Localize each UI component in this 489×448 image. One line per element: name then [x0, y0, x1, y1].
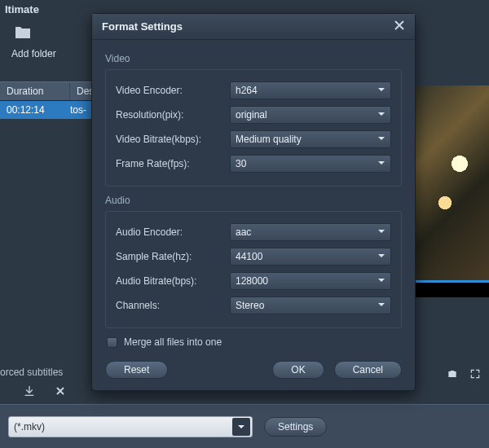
download-icon[interactable]: [23, 384, 36, 400]
channels-value: Stereo: [236, 300, 264, 311]
cell-destination: tos-: [70, 104, 86, 116]
audio-section-label: Audio: [105, 195, 402, 206]
chevron-down-icon: [377, 109, 385, 121]
fullscreen-icon[interactable]: [469, 368, 481, 382]
cell-duration: 00:12:14: [0, 104, 70, 116]
framerate-label: Frame Rate(fps):: [116, 158, 230, 169]
output-format-select[interactable]: (*.mkv): [8, 416, 253, 437]
merge-checkbox[interactable]: [107, 337, 117, 348]
progress-bar[interactable]: [416, 280, 489, 283]
merge-label: Merge all files into one: [124, 336, 222, 348]
video-bitrate-label: Video Bitrate(kbps):: [116, 134, 230, 145]
video-bitrate-value: Medium quality: [236, 134, 302, 145]
samplerate-label: Sample Rate(hz):: [116, 251, 230, 262]
video-fieldset: Video Encoder: h264 Resolution(pix): ori…: [105, 69, 402, 187]
close-button[interactable]: [394, 20, 405, 33]
reset-button[interactable]: Reset: [105, 361, 168, 379]
video-preview: [416, 86, 489, 297]
dialog-title: Format Settings: [102, 20, 183, 33]
resolution-select[interactable]: original: [230, 106, 391, 124]
forced-subtitles-label: orced subtitles: [0, 367, 63, 378]
settings-button[interactable]: Settings: [264, 417, 327, 437]
video-encoder-value: h264: [236, 85, 258, 96]
chevron-down-icon: [377, 300, 385, 311]
audio-bitrate-value: 128000: [236, 275, 268, 287]
samplerate-value: 44100: [236, 251, 262, 262]
audio-encoder-value: aac: [236, 226, 251, 238]
format-settings-dialog: Format Settings Video Video Encoder: h26…: [91, 13, 416, 391]
cancel-button[interactable]: Cancel: [334, 361, 402, 379]
chevron-down-icon: [232, 418, 250, 436]
bottom-bar: (*.mkv) Settings: [0, 404, 489, 448]
add-folder-label: Add folder: [11, 48, 56, 59]
chevron-down-icon: [377, 85, 385, 96]
folder-icon: [11, 23, 56, 45]
video-encoder-label: Video Encoder:: [116, 85, 230, 96]
audio-encoder-select[interactable]: aac: [230, 223, 391, 241]
samplerate-select[interactable]: 44100: [230, 248, 391, 266]
remove-icon[interactable]: [54, 384, 67, 400]
framerate-value: 30: [236, 158, 246, 169]
chevron-down-icon: [377, 158, 385, 169]
col-duration[interactable]: Duration: [0, 82, 70, 100]
format-value: (*.mkv): [14, 421, 45, 433]
chevron-down-icon: [377, 251, 385, 262]
video-bitrate-select[interactable]: Medium quality: [230, 130, 391, 148]
audio-encoder-label: Audio Encoder:: [116, 226, 230, 238]
dialog-titlebar: Format Settings: [92, 14, 415, 40]
video-encoder-select[interactable]: h264: [230, 81, 391, 99]
resolution-label: Resolution(pix):: [116, 109, 230, 121]
audio-fieldset: Audio Encoder: aac Sample Rate(hz): 4410…: [105, 211, 402, 328]
chevron-down-icon: [377, 134, 385, 145]
preview-image: [416, 86, 489, 281]
channels-label: Channels:: [116, 300, 230, 311]
snapshot-icon[interactable]: [447, 368, 458, 382]
video-section-label: Video: [105, 53, 402, 64]
framerate-select[interactable]: 30: [230, 155, 391, 173]
app-title: Itimate: [5, 3, 39, 15]
resolution-value: original: [236, 109, 267, 121]
chevron-down-icon: [377, 226, 385, 238]
audio-bitrate-label: Audio Bitrate(bps):: [116, 275, 230, 287]
toolbar-add-folder[interactable]: Add folder: [11, 23, 56, 59]
channels-select[interactable]: Stereo: [230, 296, 391, 314]
ok-button[interactable]: OK: [272, 361, 324, 379]
chevron-down-icon: [377, 275, 385, 287]
audio-bitrate-select[interactable]: 128000: [230, 272, 391, 290]
